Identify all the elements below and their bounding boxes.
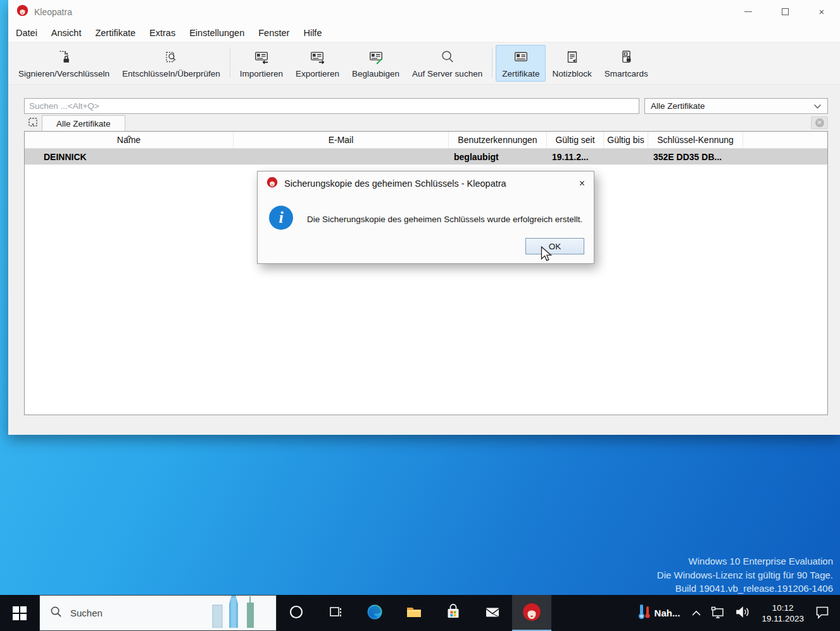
chevron-up-icon xyxy=(691,608,701,619)
minimize-button[interactable] xyxy=(730,0,767,23)
menu-ansicht[interactable]: Ansicht xyxy=(44,25,89,41)
cell-valid-from: 19.11.2... xyxy=(547,149,604,165)
menu-hilfe[interactable]: Hilfe xyxy=(296,25,329,41)
sign-encrypt-button[interactable]: Signieren/Verschlüsseln xyxy=(12,45,116,82)
filter-row: Alle Zertifikate xyxy=(24,98,828,114)
speaker-icon xyxy=(734,604,751,622)
chevron-down-icon xyxy=(813,101,822,111)
toolbar-separator xyxy=(230,49,230,78)
smartcards-view-button[interactable]: Smartcards xyxy=(598,45,655,82)
column-header-keyid[interactable]: Schlüssel-Kennung xyxy=(648,132,743,148)
taskbar: Suchen xyxy=(0,595,840,631)
cell-valid-until xyxy=(604,149,648,165)
cell-name: DEINNICK xyxy=(25,149,234,165)
window-title: Kleopatra xyxy=(34,7,72,17)
search-highlight-image xyxy=(210,595,260,630)
menubar: Datei Ansicht Zertifikate Extras Einstel… xyxy=(8,23,840,42)
cell-keyid: 352E DD35 DB... xyxy=(648,149,743,165)
certificates-view-button[interactable]: Zertifikate xyxy=(496,45,546,82)
search-icon xyxy=(50,606,62,620)
export-certificate-icon xyxy=(309,49,325,68)
taskbar-search[interactable]: Suchen xyxy=(39,595,277,631)
smartcard-icon xyxy=(618,49,634,68)
menu-fenster[interactable]: Fenster xyxy=(251,25,296,41)
decrypt-verify-button[interactable]: Entschlüsseln/Überprüfen xyxy=(116,45,227,82)
maximize-icon xyxy=(782,8,789,15)
clock-date: 19.11.2023 xyxy=(762,613,804,624)
weather-widget[interactable]: Nah... xyxy=(632,595,687,631)
network-icon xyxy=(710,604,725,622)
table-row[interactable]: DEINNICK beglaubigt 19.11.2... 352E DD35… xyxy=(25,149,827,165)
tool-label: Importieren xyxy=(240,69,283,78)
menu-einstellungen[interactable]: Einstellungen xyxy=(182,25,251,41)
column-header-userids[interactable]: Benutzerkennungen xyxy=(449,132,547,148)
decrypt-verify-icon xyxy=(163,49,179,68)
notepad-view-button[interactable]: Notizblock xyxy=(546,45,598,82)
close-tab-icon: ✕ xyxy=(815,118,824,127)
taskbar-store-button[interactable] xyxy=(434,595,473,631)
toolbar-separator xyxy=(492,49,492,78)
taskbar-explorer-button[interactable] xyxy=(394,595,434,631)
network-status-button[interactable] xyxy=(706,595,730,631)
menu-zertifikate[interactable]: Zertifikate xyxy=(88,25,142,41)
filter-value: Alle Zertifikate xyxy=(651,101,705,111)
export-button[interactable]: Exportieren xyxy=(289,45,346,82)
tool-label: Notizblock xyxy=(552,69,591,78)
sort-ascending-icon xyxy=(125,131,133,141)
column-label: Schlüssel-Kennung xyxy=(657,135,734,145)
file-explorer-icon xyxy=(405,603,423,623)
sign-encrypt-icon xyxy=(56,49,72,68)
taskbar-taskview-button[interactable] xyxy=(316,595,355,631)
taskbar-mail-button[interactable] xyxy=(473,595,512,631)
column-header-valid-from[interactable]: Gültig seit xyxy=(547,132,604,148)
info-icon: i xyxy=(269,206,293,230)
column-header-valid-until[interactable]: Gültig bis xyxy=(604,132,648,148)
taskbar-edge-button[interactable] xyxy=(355,595,394,631)
tab-label: Alle Zertifikate xyxy=(56,119,111,128)
certificate-search-input[interactable] xyxy=(24,98,639,114)
tray-expand-button[interactable] xyxy=(687,595,706,631)
dialog-close-button[interactable]: × xyxy=(567,178,585,189)
ok-button[interactable]: OK xyxy=(525,238,584,254)
mail-icon xyxy=(484,603,501,623)
minimize-icon xyxy=(744,11,752,12)
titlebar[interactable]: Kleopatra × xyxy=(8,0,840,23)
search-server-button[interactable]: Auf Server suchen xyxy=(406,45,489,82)
certificate-filter-dropdown[interactable]: Alle Zertifikate xyxy=(644,98,828,114)
new-tab-button[interactable] xyxy=(24,116,42,131)
import-button[interactable]: Importieren xyxy=(234,45,289,82)
tool-label: Auf Server suchen xyxy=(412,69,482,78)
menu-extras[interactable]: Extras xyxy=(142,25,182,41)
tool-label: Beglaubigen xyxy=(352,69,399,78)
kleopatra-taskbar-icon xyxy=(522,603,541,624)
tab-alle-zertifikate[interactable]: Alle Zertifikate xyxy=(42,115,125,131)
taskbar-cortana-button[interactable] xyxy=(277,595,316,631)
mouse-cursor xyxy=(541,246,553,265)
watermark-line: Build 19041.vb_release.191206-1406 xyxy=(657,582,833,596)
column-header-filler xyxy=(743,132,827,148)
toolbar: Signieren/Verschlüsseln Entschlüsseln/Üb… xyxy=(8,42,840,85)
taskbar-clock[interactable]: 10:12 19.11.2023 xyxy=(755,603,810,624)
weather-label: Nah... xyxy=(653,608,683,618)
tool-label: Exportieren xyxy=(296,69,339,78)
certify-button[interactable]: Beglaubigen xyxy=(346,45,406,82)
system-tray: Nah... 10:12 19.11.2023 xyxy=(632,595,840,631)
menu-datei[interactable]: Datei xyxy=(9,25,44,41)
watermark-line: Windows 10 Enterprise Evaluation xyxy=(657,554,833,568)
clock-time: 10:12 xyxy=(762,603,804,613)
volume-button[interactable] xyxy=(730,595,755,631)
close-button[interactable]: × xyxy=(803,0,840,23)
column-header-name[interactable]: Name xyxy=(25,132,234,148)
tab-bar: Alle Zertifikate ✕ xyxy=(24,115,828,131)
edge-icon xyxy=(366,603,384,623)
windows-logo-icon xyxy=(13,606,27,620)
dialog-message: Die Sicherungskopie des geheimen Schlüss… xyxy=(307,215,582,224)
column-header-email[interactable]: E-Mail xyxy=(234,132,449,148)
taskbar-kleopatra-button[interactable] xyxy=(512,595,551,631)
start-button[interactable] xyxy=(0,595,39,631)
maximize-button[interactable] xyxy=(767,0,803,23)
action-center-button[interactable] xyxy=(810,595,840,631)
task-view-icon xyxy=(327,604,344,623)
dialog-titlebar[interactable]: Sicherungskopie des geheimen Schlüssels … xyxy=(258,172,594,196)
close-tab-button[interactable]: ✕ xyxy=(811,116,828,129)
